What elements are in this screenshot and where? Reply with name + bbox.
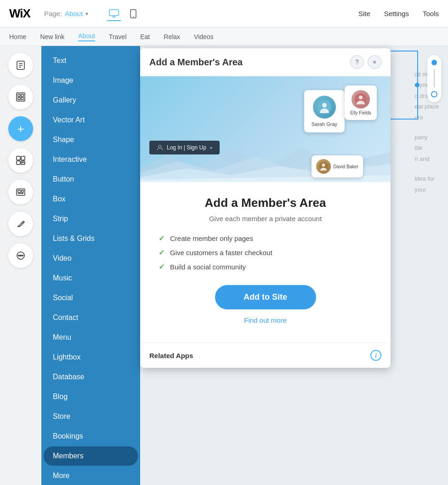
media-sidebar-btn[interactable] [8,180,33,205]
avatar-name-david: David Baker [334,164,358,169]
panel-item-text[interactable]: Text [44,51,138,70]
panel-item-members[interactable]: Members [44,446,138,466]
add-sidebar-btn[interactable]: + [8,116,33,141]
chat-sidebar-btn[interactable] [8,243,33,268]
page-name: About [65,10,83,17]
avatar-name-elly: Elly Fields [350,110,371,115]
panel-item-music[interactable]: Music [44,268,138,288]
svg-point-28 [22,255,23,256]
login-text: Log In | Sign Up [167,144,206,151]
panel-item-box[interactable]: Box [44,189,138,209]
modal-help-btn[interactable]: ? [350,55,364,69]
svg-rect-21 [18,190,21,193]
pages-sidebar-btn[interactable] [8,53,33,78]
check-icon-0: ✓ [159,234,164,243]
right-panel [420,46,448,485]
panel-item-more[interactable]: More [44,466,138,485]
card-dots-icon: ··· [281,81,289,89]
related-apps-label: Related Apps [149,352,193,359]
check-icon-1: ✓ [159,248,164,257]
site-nav-travel[interactable]: Travel [109,33,126,40]
page-selector[interactable]: Page: About ▾ [44,10,88,17]
panel-item-lightbox[interactable]: Lightbox [44,348,138,367]
avatar-card-sarah: Sarah Gray [304,90,345,132]
svg-point-33 [359,96,363,99]
zoom-handle[interactable] [431,91,437,97]
members-area-modal: Add a Member's Area ? × Log In | S [140,48,391,368]
site-nav-relax[interactable]: Relax [164,33,180,40]
site-nav-newlink[interactable]: New link [40,33,64,40]
features-list: ✓ Create member only pages ✓ Give custom… [159,234,372,271]
panel-item-button[interactable]: Button [44,170,138,189]
avatar-image-elly [352,90,370,108]
panel-item-image[interactable]: Image [44,71,138,90]
feature-item-0: ✓ Create member only pages [159,234,372,243]
svg-rect-15 [21,156,25,160]
panel-item-video[interactable]: Video [44,249,138,268]
panel-item-contact[interactable]: Contact [44,308,138,327]
site-nav-videos[interactable]: Videos [194,33,214,40]
feature-item-2: ✓ Build a social community [159,262,372,271]
tools-nav-btn[interactable]: Tools [423,10,439,17]
avatar-image-sarah [313,96,336,119]
svg-rect-22 [22,190,23,193]
settings-nav-btn[interactable]: Settings [384,10,409,17]
top-nav-items: Site Settings Tools [358,10,439,17]
svg-point-26 [18,255,19,256]
mobile-device-btn[interactable] [126,6,141,21]
panel-item-social[interactable]: Social [44,288,138,308]
login-bar: Log In | Sign Up ▾ [149,141,220,154]
svg-rect-13 [21,97,23,100]
check-icon-2: ✓ [159,262,164,271]
site-nav-bar: Home New link About Travel Eat Relax Vid… [0,28,448,46]
site-nav-home[interactable]: Home [9,33,26,40]
svg-line-24 [22,222,23,223]
desktop-device-btn[interactable] [107,6,121,21]
wix-logo: WiX [9,6,30,21]
panel-item-vectorart[interactable]: Vector Art [44,110,138,130]
apps-sidebar-btn[interactable] [8,148,33,173]
svg-rect-0 [109,10,119,16]
svg-rect-14 [17,156,20,160]
panel-item-database[interactable]: Database [44,367,138,387]
panel-item-interactive[interactable]: Interactive [44,150,138,169]
site-nav-about[interactable]: About [78,32,95,41]
modal-title: Add a Member's Area [149,57,350,68]
modal-close-btn[interactable]: × [368,55,381,69]
modal-main-title: Add a Member's Area [159,196,372,210]
modal-header-btns: ? × [350,55,381,69]
panel-item-gallery[interactable]: Gallery [44,91,138,110]
zoom-line [434,69,435,87]
panel-item-bookings[interactable]: Bookings [44,427,138,446]
feature-text-0: Create member only pages [170,234,253,242]
panel-item-listsgrids[interactable]: Lists & Grids [44,229,138,248]
zoom-control [427,55,441,102]
add-to-site-button[interactable]: Add to Site [215,285,316,309]
svg-point-35 [322,164,325,167]
modal-footer: Related Apps i [140,342,391,368]
find-out-more-link[interactable]: Find out more [159,316,372,324]
svg-rect-16 [17,161,20,165]
panel-item-strip[interactable]: Strip [44,209,138,228]
site-nav-btn[interactable]: Site [358,10,370,17]
selection-handle[interactable] [415,83,420,87]
editor-area: + [0,46,448,485]
feature-text-1: Give customers a faster checkout [170,249,272,257]
panel-item-menu[interactable]: Menu [44,328,138,347]
blog-sidebar-btn[interactable] [8,211,33,236]
site-nav-eat[interactable]: Eat [140,33,150,40]
feature-item-1: ✓ Give customers a faster checkout [159,248,372,257]
svg-point-4 [133,16,134,17]
panel-item-store[interactable]: Store [44,407,138,426]
panel-item-blog[interactable]: Blog [44,387,138,406]
avatar-card-elly: Elly Fields [345,86,377,120]
avatar-card-david: David Baker [312,155,363,177]
avatar-image-david [316,159,331,174]
elements-sidebar-btn[interactable] [8,85,33,109]
info-icon[interactable]: i [370,350,381,361]
dropdown-arrow-icon: ▾ [210,145,212,150]
panel-item-shape[interactable]: Shape [44,130,138,149]
chevron-down-icon[interactable]: ▾ [85,11,88,17]
add-panel: Text Image Gallery Vector Art Shape Inte… [41,46,140,485]
zoom-dot [431,60,437,65]
